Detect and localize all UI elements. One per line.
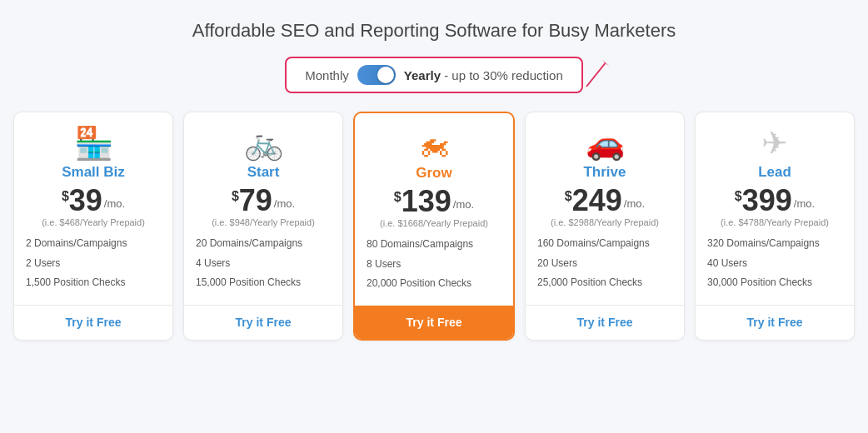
grow-dollar: $ [394, 190, 402, 205]
lead-try-button[interactable]: Try it Free [696, 305, 854, 339]
small-biz-mo: /mo. [104, 197, 125, 210]
grow-mo: /mo. [453, 198, 474, 211]
start-cta-wrapper: Try it Free [184, 305, 342, 339]
grow-name: Grow [416, 165, 451, 182]
start-dollar: $ [232, 189, 239, 204]
plan-card-start: 🚲 Start $ 79 /mo. (i.e. $948/Yearly Prep… [183, 112, 343, 341]
small-biz-price-row: $ 39 /mo. [62, 186, 125, 216]
thrive-dollar: $ [565, 189, 572, 204]
thrive-features: 160 Domains/Campaigns 20 Users 25,000 Po… [537, 234, 672, 293]
grow-users: 8 Users [367, 255, 501, 275]
small-biz-icon: 🏪 [74, 127, 113, 159]
start-mo: /mo. [274, 197, 295, 210]
monthly-label: Monthly [305, 68, 349, 82]
thrive-name: Thrive [583, 164, 626, 181]
lead-amount: 399 [742, 186, 792, 216]
grow-amount: 139 [402, 187, 451, 216]
thrive-mo: /mo. [624, 197, 645, 210]
grow-domains: 80 Domains/Campaigns [367, 235, 501, 255]
lead-name: Lead [758, 164, 791, 181]
arrow-indicator [580, 57, 613, 93]
grow-cta-wrapper: Try it Free [355, 306, 513, 339]
start-try-button[interactable]: Try it Free [184, 305, 342, 339]
lead-yearly: (i.e. $4788/Yearly Prepaid) [721, 217, 829, 227]
lead-mo: /mo. [794, 197, 815, 210]
lead-cta-wrapper: Try it Free [696, 305, 854, 339]
thrive-users: 20 Users [537, 254, 672, 274]
start-icon: 🚲 [244, 127, 283, 159]
page-title: Affordable SEO and Reporting Software fo… [192, 20, 676, 42]
thrive-amount: 249 [572, 186, 622, 216]
lead-domains: 320 Domains/Campaigns [707, 234, 842, 254]
small-biz-cta-wrapper: Try it Free [14, 305, 172, 339]
small-biz-try-button[interactable]: Try it Free [14, 305, 172, 339]
start-price-row: $ 79 /mo. [232, 186, 295, 216]
thrive-price-row: $ 249 /mo. [565, 186, 645, 216]
grow-yearly: (i.e. $1668/Yearly Prepaid) [380, 218, 488, 228]
plan-card-lead: ✈ Lead $ 399 /mo. (i.e. $4788/Yearly Pre… [695, 112, 855, 341]
thrive-yearly: (i.e. $2988/Yearly Prepaid) [551, 217, 659, 227]
lead-price-row: $ 399 /mo. [735, 186, 815, 216]
start-amount: 79 [239, 186, 272, 216]
grow-checks: 20,000 Position Checks [367, 274, 501, 294]
small-biz-users: 2 Users [26, 254, 161, 274]
small-biz-amount: 39 [69, 186, 102, 216]
thrive-try-button[interactable]: Try it Free [526, 305, 684, 339]
plan-card-small-biz: 🏪 Small Biz $ 39 /mo. (i.e. $468/Yearly … [13, 112, 173, 341]
small-biz-name: Small Biz [62, 164, 125, 181]
lead-users: 40 Users [707, 254, 842, 274]
start-yearly: (i.e. $948/Yearly Prepaid) [212, 217, 315, 227]
lead-icon: ✈ [761, 127, 788, 159]
thrive-cta-wrapper: Try it Free [526, 305, 684, 339]
start-domains: 20 Domains/Campaigns [196, 234, 331, 254]
small-biz-dollar: $ [62, 189, 69, 204]
lead-features: 320 Domains/Campaigns 40 Users 30,000 Po… [707, 234, 842, 293]
start-features: 20 Domains/Campaigns 4 Users 15,000 Posi… [196, 234, 331, 293]
grow-features: 80 Domains/Campaigns 8 Users 20,000 Posi… [367, 235, 501, 294]
billing-toggle[interactable] [357, 65, 396, 85]
small-biz-checks: 1,500 Position Checks [26, 273, 161, 293]
plans-container: 🏪 Small Biz $ 39 /mo. (i.e. $468/Yearly … [13, 112, 855, 341]
start-users: 4 Users [196, 254, 331, 274]
start-checks: 15,000 Position Checks [196, 273, 331, 293]
small-biz-features: 2 Domains/Campaigns 2 Users 1,500 Positi… [26, 234, 161, 293]
small-biz-domains: 2 Domains/Campaigns [26, 234, 161, 254]
billing-toggle-container: Monthly Yearly - up to 30% reduction [285, 57, 583, 93]
svg-line-0 [586, 63, 605, 87]
plan-card-thrive: 🚗 Thrive $ 249 /mo. (i.e. $2988/Yearly P… [525, 112, 685, 341]
grow-try-button[interactable]: Try it Free [355, 306, 513, 339]
grow-price-row: $ 139 /mo. [394, 187, 474, 216]
lead-dollar: $ [735, 189, 742, 204]
small-biz-yearly: (i.e. $468/Yearly Prepaid) [42, 217, 145, 227]
grow-icon: 🏍 [418, 128, 450, 160]
thrive-domains: 160 Domains/Campaigns [537, 234, 672, 254]
thrive-icon: 🚗 [586, 127, 625, 159]
start-name: Start [247, 164, 280, 181]
thrive-checks: 25,000 Position Checks [537, 273, 672, 293]
lead-checks: 30,000 Position Checks [707, 273, 842, 293]
toggle-thumb [377, 67, 394, 83]
yearly-label: Yearly - up to 30% reduction [404, 68, 563, 82]
plan-card-grow: 🏍 Grow $ 139 /mo. (i.e. $1668/Yearly Pre… [353, 112, 515, 341]
